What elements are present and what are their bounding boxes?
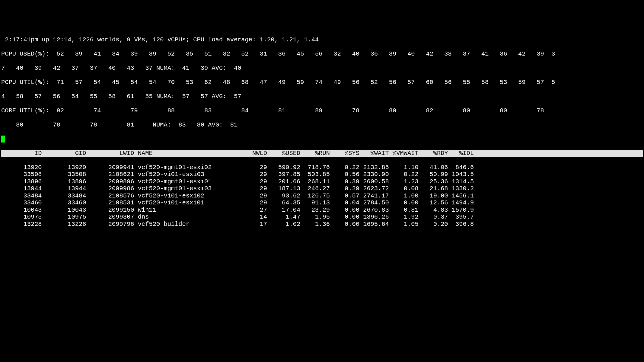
uptime-line: 2:17:41pm up 12:14, 1226 worlds, 9 VMs, … <box>1 36 643 43</box>
table-row: 13228 13228 2099796 vcf520-builder 17 1.… <box>1 221 643 228</box>
table-row: 33484 33484 2108576 vcf520-vi01-esxi02 2… <box>1 192 643 200</box>
cursor-icon <box>1 136 5 143</box>
pcpu-used-line2: 7 40 39 42 37 37 40 43 37 NUMA: 41 39 AV… <box>1 65 643 72</box>
core-util-line2: 80 78 78 81 NUMA: 83 80 AVG: 81 <box>1 121 643 129</box>
table-row: 33508 33508 2108621 vcf520-vi01-esxi03 2… <box>1 171 643 178</box>
table-header: ID GID LWID NAME NWLD %USED %RUN %SYS %W… <box>1 150 643 157</box>
pcpu-used-line1: PCPU USED(%): 52 39 41 34 39 39 52 35 51… <box>1 50 643 58</box>
pcpu-util-line2: 4 58 57 56 54 55 58 61 55 NUMA: 57 57 AV… <box>1 93 643 100</box>
process-table-body: 13920 13920 2099941 vcf520-mgmt01-esxi02… <box>1 164 643 228</box>
table-row: 13920 13920 2099941 vcf520-mgmt01-esxi02… <box>1 164 643 171</box>
table-row: 13896 13896 2099896 vcf520-mgmt01-esxi01… <box>1 178 643 185</box>
core-util-line1: CORE UTIL(%): 92 74 79 88 83 84 81 89 78… <box>1 107 643 114</box>
esxtop-terminal[interactable]: 2:17:41pm up 12:14, 1226 worlds, 9 VMs, … <box>0 28 644 235</box>
table-row: 13944 13944 2099986 vcf520-mgmt01-esxi03… <box>1 185 643 192</box>
pcpu-util-line1: PCPU UTIL(%): 71 57 54 45 54 54 70 53 62… <box>1 79 643 86</box>
table-row: 10975 10975 2099307 dns 14 1.47 1.95 0.0… <box>1 213 643 221</box>
table-row: 33460 33460 2108531 vcf520-vi01-esxi01 2… <box>1 199 643 207</box>
table-row: 10043 10043 2099150 win11 27 17.04 23.29… <box>1 207 643 214</box>
cursor-line <box>1 136 643 143</box>
